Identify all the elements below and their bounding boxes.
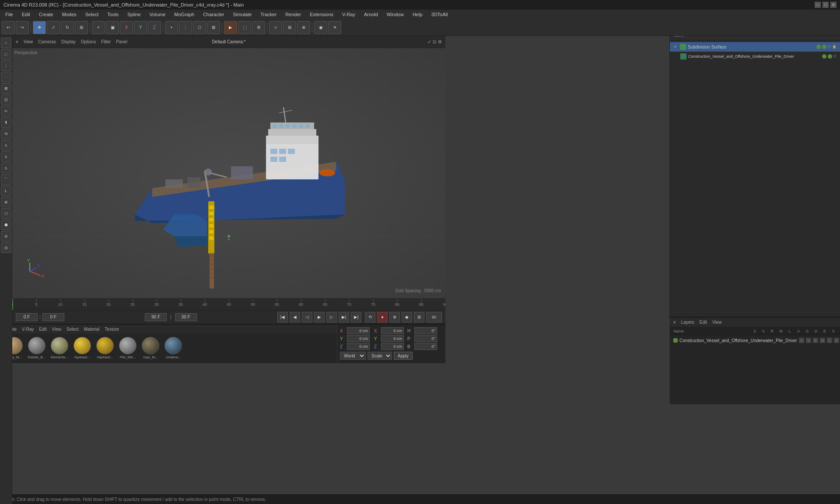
viewport-menu-cameras[interactable]: Cameras [38,39,56,44]
uvw-mode-button[interactable]: ⊠ [207,21,220,34]
prev-frame-button[interactable]: ◀ [290,312,300,322]
motion-clip-button[interactable]: ⊞ [414,312,424,322]
viewport-menu-panel[interactable]: Panel [116,39,127,44]
menu-file[interactable]: File [4,11,15,18]
coord-x-pos[interactable] [347,327,370,334]
menu-edit[interactable]: Edit [20,11,32,18]
select-all-button[interactable]: ▣ [106,21,119,34]
material-elements[interactable]: Elements... [49,337,70,359]
menu-simulate[interactable]: Simulate [231,11,253,18]
minimize-button[interactable]: ─ [815,2,821,8]
mat-menu-view[interactable]: View [52,327,61,332]
layers-menu-edit[interactable]: Edit [700,320,707,325]
current-frame-input[interactable] [16,313,38,321]
scale-dropdown[interactable]: Scale [368,352,392,360]
polygons-mode-button[interactable]: ⬡ [193,21,206,34]
viewport-menu-options[interactable]: Options [81,39,96,44]
menu-window[interactable]: Window [385,11,406,18]
menu-vray[interactable]: V-Ray [340,11,357,18]
mat-menu-edit[interactable]: Edit [39,327,46,332]
obj-item-vessel[interactable]: Construction_Vessel_and_Offshore_Underwa… [670,52,840,61]
coord-z-pos[interactable] [347,343,370,350]
sidebar-object-mode[interactable]: ○ [1,38,11,48]
sidebar-uv-mode[interactable]: ⊠ [1,83,11,94]
sidebar-polygon-mode[interactable]: □ [1,49,11,60]
layer-lock-btn[interactable]: L [827,338,832,343]
layer-anim-btn[interactable]: A [834,338,839,343]
world-dropdown[interactable]: World Object [340,352,366,360]
sidebar-sym-tool[interactable]: ⊜ [1,231,11,242]
viewport-menu-icon[interactable]: ≡ [16,39,18,44]
render-button[interactable]: ▶ [224,21,237,34]
coord-button[interactable]: ⊕ [297,21,310,34]
menu-3dtoall[interactable]: 3DToAll [430,11,450,18]
menu-volume[interactable]: Volume [148,11,168,18]
mat-menu-select[interactable]: Select [66,327,79,332]
points-mode-button[interactable]: • [165,21,178,34]
layer-item-vessel[interactable]: Construction_Vessel_and_Offshore_Underwa… [670,336,840,345]
menu-character[interactable]: Character [201,11,226,18]
menu-render[interactable]: Render [284,11,303,18]
add-object-button[interactable]: + [92,21,105,34]
prev-key-button[interactable]: ◁ [302,312,312,322]
sidebar-move-tool[interactable]: ⊕ [1,197,11,207]
menu-create[interactable]: Create [37,11,55,18]
move-tool-button[interactable]: ✥ [33,21,46,34]
layer-manager-btn[interactable]: M [820,338,825,343]
key-button[interactable]: ◆ [402,312,412,322]
mat-menu-vray[interactable]: V-Ray [22,327,34,332]
menu-modes[interactable]: Modes [60,11,78,18]
grid-button[interactable]: ⊞ [283,21,296,34]
sidebar-point-mode[interactable]: · [1,72,11,82]
menu-mograph[interactable]: MoGraph [172,11,196,18]
viewport-menu-view[interactable]: View [24,39,33,44]
fps-display[interactable] [175,313,197,321]
end-frame-display[interactable] [145,313,167,321]
menu-select[interactable]: Select [84,11,101,18]
menu-tools[interactable]: Tools [105,11,120,18]
maximize-button[interactable]: □ [822,2,829,8]
sidebar-edge-mode[interactable]: ⋮ [1,60,11,71]
sidebar-spline-tool[interactable]: ⌒ [1,174,11,185]
layer-solo-btn[interactable]: S [799,338,804,343]
next-frame-button[interactable]: ▶| [339,312,349,322]
window-controls[interactable]: ─ □ ✕ [815,2,836,8]
auto-key-button[interactable]: ⊕ [389,312,400,322]
x-axis-button[interactable]: X [120,21,133,34]
material-details[interactable]: Details_B... [26,337,47,359]
sidebar-s3-tool[interactable]: S [1,163,11,173]
redo-button[interactable]: ↪ [16,21,29,34]
obj-vessel-vis-dot[interactable] [822,54,826,59]
coord-z-size[interactable] [381,343,404,350]
material-hydrauli1[interactable]: Hydrauli... [72,337,93,359]
coord-b-rot[interactable] [414,343,437,350]
coord-y-pos[interactable] [347,335,370,342]
obj-tag-icon[interactable]: ⊡ [828,45,831,49]
sidebar-null-tool[interactable]: ◎ [1,242,11,253]
undo-button[interactable]: ↩ [2,21,15,34]
obj-visibility-dot[interactable] [816,45,821,49]
obj-item-subdivision[interactable]: ▼ Subdivision Surface ⊡ 🔒 [670,42,840,52]
sidebar-s-tool[interactable]: S [1,140,11,150]
loop-button[interactable]: ⟲ [365,312,375,322]
material-rope[interactable]: rope_M... [140,337,161,359]
menu-tracker[interactable]: Tracker [259,11,278,18]
sidebar-lasso-tool[interactable]: L [1,186,11,196]
material-hydrauli2[interactable]: Hydrauli... [94,337,116,359]
mat-menu-material[interactable]: Material [84,327,100,332]
apply-button[interactable]: Apply [394,352,413,360]
z-axis-button[interactable]: Z [148,21,161,34]
viewport-menu-filter[interactable]: Filter [101,39,111,44]
material-button[interactable]: ◉ [314,21,327,34]
scene-background[interactable]: X Y Z Perspective Grid Spacing : 5000 cm [12,48,445,298]
viewport-settings-icon[interactable]: ⚙ [438,39,442,44]
menu-arnold[interactable]: Arnold [362,11,380,18]
light-button[interactable]: ☀ [328,21,341,34]
menu-help[interactable]: Help [411,11,424,18]
obj-vessel-tag-icon[interactable]: ⊡ [833,54,836,59]
go-start-button[interactable]: |◀ [277,312,288,322]
menu-extensions[interactable]: Extensions [308,11,335,18]
obj-expand-icon[interactable]: ▼ [673,45,677,49]
viewport-expand-icon[interactable]: ⤢ [427,39,431,44]
coord-y-size[interactable] [381,335,404,342]
